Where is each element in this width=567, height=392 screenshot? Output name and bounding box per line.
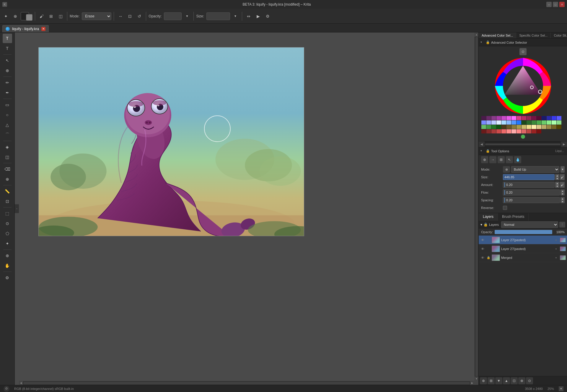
to-icon-move[interactable]: ⊕ (481, 156, 488, 163)
to-mode-dropdown[interactable]: Build Up Normal Erase (511, 166, 559, 173)
color-swatch[interactable] (481, 129, 486, 133)
color-swatch[interactable] (557, 120, 561, 125)
color-swatch[interactable] (491, 116, 496, 120)
panel-tab-specific-color[interactable]: Specific Color Sel... (516, 32, 551, 38)
canvas-viewport[interactable] (38, 47, 304, 236)
size-down[interactable]: ▼ (231, 12, 239, 20)
layer-row[interactable]: 👁 🔒 Merged ● (479, 253, 567, 262)
color-swatch[interactable] (496, 120, 501, 125)
color-swatch[interactable] (522, 129, 526, 133)
tool-ellipse[interactable]: ○ (3, 110, 12, 120)
color-swatch[interactable] (511, 120, 516, 125)
tool-pan[interactable]: ✋ (3, 261, 12, 270)
to-flow-value[interactable]: 0.20 (503, 190, 560, 195)
layers-settings-btn[interactable]: ⊙ (526, 377, 533, 384)
color-swatch[interactable] (522, 125, 526, 129)
tool-options-collapse[interactable]: ▾ (480, 149, 485, 153)
layers-lock[interactable]: 🔒 (483, 223, 488, 227)
color-swatch[interactable] (511, 116, 516, 120)
color-swatch[interactable] (532, 129, 536, 133)
color-swatch[interactable] (517, 125, 521, 129)
to-mode-icon[interactable]: ⊕ (503, 166, 510, 173)
flip-h-icon[interactable]: ⇔ (245, 12, 253, 20)
color-swatch[interactable] (542, 120, 546, 125)
mode-dropdown[interactable]: Erase Normal Build Up (82, 12, 111, 20)
layers-tab-layers[interactable]: Layers (479, 213, 498, 221)
color-swatch[interactable] (527, 116, 531, 120)
tool-reference[interactable]: ⊡ (3, 197, 12, 206)
color-swatch[interactable] (501, 120, 506, 125)
layers-collapse-btn[interactable]: ▲ (503, 377, 510, 384)
color-swatch[interactable] (552, 125, 556, 129)
to-icon-pinch[interactable]: ↖ (506, 156, 513, 163)
maximize-button[interactable]: □ (553, 2, 558, 7)
color-swatch[interactable] (511, 125, 516, 129)
to-amount-down[interactable]: ▼ (555, 185, 559, 188)
color-swatch[interactable] (496, 129, 501, 133)
layer-extra-1[interactable]: ● (553, 246, 559, 251)
canvas-area[interactable]: ‹ (15, 32, 478, 385)
layers-blend-dropdown[interactable]: Normal Multiply Screen (501, 221, 558, 228)
tool-transform2[interactable]: ⊕ (3, 66, 12, 75)
status-settings-icon[interactable]: ⚙ (4, 386, 9, 392)
to-flow-down[interactable]: ▼ (561, 192, 565, 195)
layer-lock-0[interactable] (486, 238, 491, 242)
tool-cursor[interactable]: ↖ (3, 56, 12, 65)
paint-cursor-icon[interactable]: 🖌 (38, 12, 46, 20)
tool-select-polygon[interactable]: ⬠ (3, 229, 12, 238)
color-swatch[interactable] (481, 120, 486, 125)
color-swatch[interactable] (481, 116, 486, 120)
tool-settings[interactable]: ⚙ (3, 273, 12, 282)
panel-scroll-right[interactable]: ▶ (561, 141, 567, 147)
color-swatch[interactable] (491, 129, 496, 133)
background-color-swatch[interactable] (26, 14, 32, 21)
opacity-down[interactable]: ▼ (183, 12, 191, 20)
canvas-tab[interactable]: liquify - liquify.kra ✕ (2, 25, 49, 32)
foreground-indicator[interactable] (521, 135, 525, 139)
tool-bezier[interactable]: ⌒ (3, 130, 12, 140)
layers-options-btn[interactable]: ⋮ (559, 222, 565, 228)
tool-transform[interactable]: ⊕ (11, 12, 19, 20)
to-spacing-up[interactable]: ▲ (561, 197, 565, 200)
tool-polygon[interactable]: △ (3, 120, 12, 130)
color-swatch[interactable] (522, 120, 526, 125)
to-size-brush[interactable]: 🖌 (560, 174, 565, 180)
tool-gradient[interactable]: ◫ (3, 152, 12, 162)
color-swatch[interactable] (552, 120, 556, 125)
color-swatch[interactable] (501, 116, 506, 120)
layer-visibility-0[interactable]: 👁 (480, 237, 485, 243)
color-swatch[interactable] (496, 116, 501, 120)
color-swatch[interactable] (506, 125, 511, 129)
layers-merge-btn[interactable]: ⊕ (518, 377, 525, 384)
cw-tool-wheel[interactable]: ⊙ (519, 48, 527, 55)
to-icon-droplet[interactable]: 💧 (514, 156, 521, 163)
color-swatch[interactable] (501, 125, 506, 129)
color-swatch[interactable] (547, 125, 551, 129)
tool-text[interactable]: T (3, 44, 12, 53)
tool-zoom[interactable]: ⊕ (3, 251, 12, 260)
color-swatch[interactable] (481, 125, 486, 129)
to-amount-value[interactable]: 0.20 (503, 182, 555, 188)
color-swatch[interactable] (486, 129, 491, 133)
grid-icon[interactable]: ⊞ (47, 12, 55, 20)
color-swatch[interactable] (547, 116, 551, 120)
to-amount-brush[interactable]: 🖌 (560, 182, 565, 188)
color-swatch[interactable] (537, 125, 541, 129)
canvas-vscroll[interactable]: ▲ ▼ (474, 32, 478, 381)
layer-extra-2[interactable]: ● (553, 255, 559, 260)
vscroll-down[interactable]: ▼ (475, 377, 479, 381)
canvas-scroll-left[interactable]: ‹ (15, 204, 19, 213)
tool-eraser[interactable]: ⌫ (3, 164, 12, 174)
layers-expand-btn[interactable]: ▼ (495, 377, 502, 384)
color-swatch[interactable] (532, 120, 536, 125)
layers-group-btn[interactable]: ⊞ (488, 377, 495, 384)
color-swatch[interactable] (506, 129, 511, 133)
tool-rect[interactable]: ▭ (3, 100, 12, 110)
minimize-button[interactable]: – (546, 2, 552, 7)
vscroll-up[interactable]: ▲ (475, 32, 479, 37)
color-swatch[interactable] (506, 120, 511, 125)
opacity-input[interactable]: 1.00 (164, 12, 182, 20)
color-swatch[interactable] (532, 116, 536, 120)
color-swatch[interactable] (537, 120, 541, 125)
color-swatch[interactable] (517, 116, 521, 120)
